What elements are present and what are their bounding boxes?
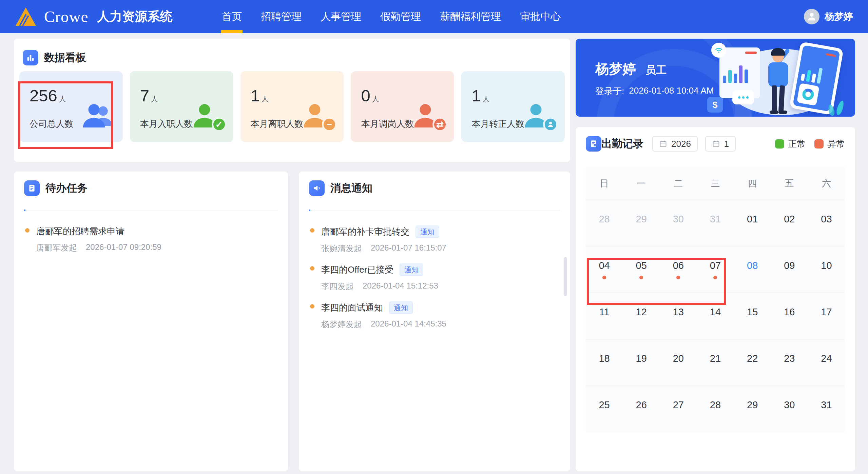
calendar-day[interactable]: 08: [734, 246, 771, 293]
stat-unit: 人: [482, 94, 489, 104]
calendar-day[interactable]: 26: [623, 386, 660, 432]
user-menu[interactable]: 杨梦婷: [804, 9, 853, 24]
calendar-day[interactable]: 25: [586, 386, 623, 432]
stat-label: 本月离职人数: [251, 118, 304, 130]
calendar-day[interactable]: 14: [697, 293, 734, 339]
nav-item[interactable]: 薪酬福利管理: [440, 0, 501, 33]
tab[interactable]: [45, 200, 46, 211]
calendar-day[interactable]: 18: [586, 339, 623, 386]
weekday-label: 二: [660, 177, 697, 190]
calendar-day[interactable]: 10: [808, 246, 845, 293]
list-item[interactable]: 唐郦军的招聘需求申请 唐郦军发起 2026-01-07 09:20:59: [24, 225, 278, 253]
item-time: 2026-01-04 14:45:35: [371, 319, 446, 330]
calendar-day[interactable]: 01: [734, 200, 771, 246]
month-select[interactable]: 1: [705, 136, 736, 152]
stat-card: 1 人 本月离职人数 −: [240, 71, 344, 142]
calendar-day[interactable]: 03: [808, 200, 845, 246]
calendar-day[interactable]: 05: [623, 246, 660, 293]
stat-label: 本月转正人数: [471, 118, 524, 130]
nav-item[interactable]: 假勤管理: [380, 0, 421, 33]
calendar-day[interactable]: 16: [771, 293, 808, 339]
list-item[interactable]: 唐郦军的补卡审批转交 通知 张婉清发起 2026-01-07 16:15:07: [309, 225, 560, 254]
calendar-day[interactable]: 19: [623, 339, 660, 386]
calendar-day[interactable]: 29: [734, 386, 771, 432]
calendar-day[interactable]: 20: [660, 339, 697, 386]
list-item[interactable]: 李四的面试通知 通知 杨梦婷发起 2026-01-04 14:45:35: [309, 301, 560, 330]
calendar-day[interactable]: 17: [808, 293, 845, 339]
calendar-day[interactable]: 24: [808, 339, 845, 386]
year-select[interactable]: 2026: [652, 136, 698, 152]
scrollbar-thumb[interactable]: [564, 257, 567, 296]
tab[interactable]: [309, 200, 310, 211]
calendar-day[interactable]: 02: [771, 200, 808, 246]
weekday-label: 一: [623, 177, 660, 190]
tab[interactable]: [24, 200, 25, 211]
stat-value: 256: [30, 86, 57, 105]
speaker-icon: [309, 180, 325, 196]
stat-card: 1 人 本月转正人数: [461, 71, 565, 142]
nav-item[interactable]: 首页: [221, 0, 242, 33]
wifi-icon: [711, 43, 726, 58]
calendar-day[interactable]: 21: [697, 339, 734, 386]
list-item[interactable]: 李四的Offer已接受 通知 李四发起 2026-01-04 15:12:53: [309, 263, 560, 292]
calendar-day[interactable]: 23: [771, 339, 808, 386]
stat-unit: 人: [59, 94, 66, 104]
stat-unit: 人: [372, 94, 379, 104]
nav-item[interactable]: 审批中心: [520, 0, 561, 33]
nav-item[interactable]: 招聘管理: [261, 0, 302, 33]
tab[interactable]: [66, 200, 67, 211]
messages-list: 唐郦军的补卡审批转交 通知 张婉清发起 2026-01-07 16:15:07 …: [309, 225, 560, 330]
users-icon: [79, 99, 115, 131]
top-navbar: Crowe 人力资源系统 首页招聘管理人事管理假勤管理薪酬福利管理审批中心 杨梦…: [0, 0, 868, 33]
current-user-name: 杨梦婷: [825, 10, 853, 23]
attendance-panel: 出勤记录 2026 1 正常 异常 日一二三四五六: [576, 127, 855, 471]
bar-chart-icon: [23, 50, 38, 65]
calendar-day[interactable]: 29: [623, 200, 660, 246]
task-document-icon: [24, 180, 40, 196]
stat-card: 7 人 本月入职人数 ✓: [130, 71, 233, 142]
calendar-day[interactable]: 06: [660, 246, 697, 293]
todo-title: 待办任务: [45, 181, 88, 195]
calendar-day[interactable]: 28: [586, 200, 623, 246]
calendar-day[interactable]: 31: [808, 386, 845, 432]
item-time: 2026-01-04 15:12:53: [363, 281, 438, 292]
leaf-decoration: [827, 104, 835, 117]
calendar-day[interactable]: 11: [586, 293, 623, 339]
calendar-week-row: 25 26 27 28 29 30 31: [586, 386, 845, 432]
stat-label: 本月调岗人数: [361, 118, 414, 130]
calendar-day[interactable]: 07: [697, 246, 734, 293]
calendar-day[interactable]: 27: [660, 386, 697, 432]
login-label: 登录于:: [595, 85, 624, 97]
user-check-icon: ✓: [190, 99, 225, 131]
calendar-day[interactable]: 30: [771, 386, 808, 432]
tab[interactable]: [330, 200, 331, 211]
attendance-title: 出勤记录: [601, 137, 643, 151]
item-actor: 李四发起: [321, 281, 354, 292]
attendance-header: 出勤记录 2026 1 正常 异常: [586, 136, 845, 152]
item-title: 李四的Offer已接受: [321, 264, 393, 276]
app-title: 人力资源系统: [97, 8, 172, 25]
calendar-day[interactable]: 30: [660, 200, 697, 246]
legend-item: 异常: [814, 138, 845, 150]
calendar-day[interactable]: 31: [697, 200, 734, 246]
user-minus-icon: −: [300, 99, 335, 131]
stat-unit: 人: [151, 94, 158, 104]
calendar-day[interactable]: 22: [734, 339, 771, 386]
nav-item[interactable]: 人事管理: [321, 0, 361, 33]
left-column: 数据看板 256 人 公司总人数 7 人 本月入职人数 ✓ 1 人 本月离职人数…: [14, 39, 570, 471]
profile-banner: 杨梦婷 员工 登录于: 2026-01-08 10:04 AM: [576, 39, 855, 117]
dollar-icon: $: [707, 97, 723, 113]
item-meta: 李四发起 2026-01-04 15:12:53: [321, 281, 560, 292]
calendar-week-row: 04 05 06 07 08 09 10: [586, 246, 845, 293]
calendar-day[interactable]: 13: [660, 293, 697, 339]
item-meta: 杨梦婷发起 2026-01-04 14:45:35: [321, 319, 560, 330]
calendar-day[interactable]: 28: [697, 386, 734, 432]
month-value: 1: [724, 139, 729, 149]
notice-badge: 通知: [389, 301, 413, 314]
calendar-day[interactable]: 04: [586, 246, 623, 293]
calendar-day[interactable]: 12: [623, 293, 660, 339]
todo-tabs: [24, 200, 278, 211]
calendar-day[interactable]: 09: [771, 246, 808, 293]
calendar-day[interactable]: 15: [734, 293, 771, 339]
legend-abnormal-swatch: [814, 139, 824, 149]
